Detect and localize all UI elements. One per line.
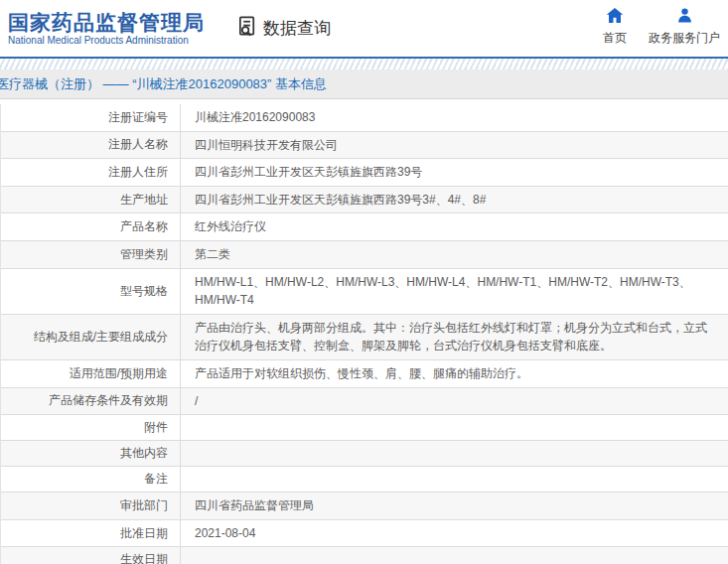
table-row: 备注 [1,467,728,493]
nav-portal-label: 政务服务门户 [649,30,720,47]
nav-home[interactable]: 首页 [603,7,627,47]
row-label: 其他内容 [1,441,181,466]
data-query-label: 数据查询 [263,17,331,40]
row-value: HM/HW-L1、HM/HW-L2、HM/HW-L3、HM/HW-L4、HM/H… [181,269,728,314]
row-label: 注册人名称 [1,132,181,159]
table-row: 产品储存条件及有效期/ [1,388,728,416]
user-icon [676,7,693,27]
row-label: 管理类别 [1,241,181,268]
table-row: 附件 [1,415,728,441]
table-row: 生效日期 [1,547,728,564]
table-row: 适用范围/预期用途产品适用于对软组织损伤、慢性颈、肩、腰、腿痛的辅助治疗。 [1,360,728,388]
row-value: 产品适用于对软组织损伤、慢性颈、肩、腰、腿痛的辅助治疗。 [181,360,728,387]
row-label: 适用范围/预期用途 [1,360,181,387]
breadcrumb: 医疗器械（注册） —— “川械注准20162090083” 基本信息 [0,70,728,99]
row-label: 生产地址 [1,187,181,213]
table-row: 注册人名称四川恒明科技开发有限公司 [1,132,728,160]
table-row: 管理类别第二类 [1,241,728,269]
home-icon [606,7,624,27]
table-row: 其他内容 [1,441,728,467]
table-row: 型号规格HM/HW-L1、HM/HW-L2、HM/HW-L3、HM/HW-L4、… [1,269,728,315]
table-row: 批准日期2021-08-04 [1,520,728,548]
row-value: 四川省彭州工业开发区天彭镇旌旗西路39号3#、4#、8# [181,187,728,213]
site-logo[interactable]: 国家药品监督管理局 National Medical Products Admi… [8,11,205,46]
table-row: 审批部门四川省药品监督管理局 [1,493,728,520]
row-value [181,441,728,466]
data-query-icon [236,15,259,42]
row-label: 产品名称 [1,213,181,240]
table-row: 生产地址四川省彭州工业开发区天彭镇旌旗西路39号3#、4#、8# [1,187,728,214]
row-value: 第二类 [181,241,728,268]
site-logo-subtitle: National Medical Products Administration [8,35,205,46]
row-label: 生效日期 [1,547,181,564]
table-row: 结构及组成/主要组成成分产品由治疗头、机身两部分组成。其中：治疗头包括红外线灯和… [1,315,728,360]
hatch-band [0,59,728,70]
nav-portal[interactable]: 政务服务门户 [649,7,720,47]
row-value: 产品由治疗头、机身两部分组成。其中：治疗头包括红外线灯和灯罩；机身分为立式和台式… [181,315,728,359]
row-value [181,467,728,492]
row-value: 四川省药品监督管理局 [181,493,728,519]
row-label: 产品储存条件及有效期 [1,388,181,415]
row-label: 结构及组成/主要组成成分 [1,315,181,359]
row-value: 四川恒明科技开发有限公司 [181,132,728,159]
row-label: 附件 [1,415,181,440]
info-table-body: 注册证编号川械注准20162090083注册人名称四川恒明科技开发有限公司注册人… [0,104,728,564]
header-nav: 首页 政务服务门户 [603,7,720,47]
row-value: 红外线治疗仪 [181,213,728,240]
site-logo-title: 国家药品监督管理局 [8,11,205,34]
row-label: 型号规格 [1,269,181,314]
row-value: 川械注准20162090083 [181,104,728,131]
row-label: 注册证编号 [1,104,181,131]
table-row: 注册人住所四川省彭州工业开发区天彭镇旌旗西路39号 [1,159,728,187]
row-label: 注册人住所 [1,159,181,186]
row-label: 审批部门 [1,493,181,519]
breadcrumb-text: 医疗器械（注册） —— “川械注准20162090083” 基本信息 [0,75,327,93]
nav-home-label: 首页 [603,30,627,47]
row-value: 2021-08-04 [181,520,728,547]
row-value [181,547,728,564]
table-row: 注册证编号川械注准20162090083 [1,104,728,132]
row-value: 四川省彭州工业开发区天彭镇旌旗西路39号 [181,159,728,186]
row-value [181,415,728,440]
site-header: 国家药品监督管理局 National Medical Products Admi… [0,0,728,57]
row-label: 批准日期 [1,520,181,547]
data-query-title[interactable]: 数据查询 [236,15,331,42]
row-value: / [181,388,728,415]
row-label: 备注 [1,467,181,492]
table-row: 产品名称红外线治疗仪 [1,213,728,241]
